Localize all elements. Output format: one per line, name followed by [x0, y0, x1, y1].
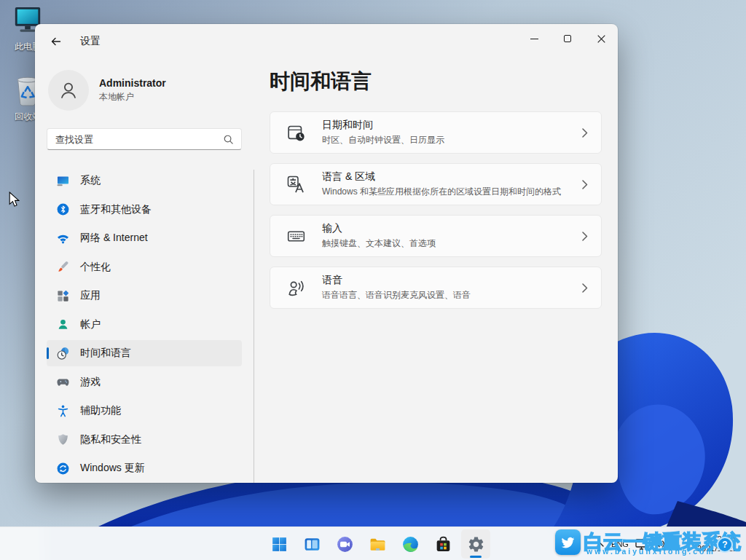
settings-button[interactable]	[461, 529, 490, 559]
typing-keyboard-icon	[286, 226, 306, 246]
settings-cards: 日期和时间 时区、自动时钟设置、日历显示 语言 & 区域 Windows 和某些…	[270, 111, 602, 309]
accounts-person-icon	[56, 318, 70, 331]
avatar	[48, 70, 89, 111]
bird-icon	[560, 535, 576, 550]
taskbar-center	[264, 529, 490, 559]
sidebar-item-apps[interactable]: 应用	[47, 283, 242, 309]
maximize-icon	[564, 35, 571, 42]
desktop: 此电脑 回收站 设置	[0, 0, 746, 560]
gaming-gamepad-icon	[56, 375, 70, 389]
accessibility-icon	[56, 404, 70, 418]
system-icon	[56, 174, 70, 188]
sidebar-item-windows-update[interactable]: Windows 更新	[47, 455, 242, 481]
time-language-icon	[56, 347, 70, 360]
sidebar-item-personalization[interactable]: 个性化	[47, 254, 242, 280]
start-icon	[270, 535, 288, 553]
sidebar-item-system[interactable]: 系统	[47, 167, 242, 194]
sidebar-item-accessibility[interactable]: 辅助功能	[47, 398, 242, 424]
tray-language-indicator[interactable]: ENG	[611, 540, 629, 548]
chat-icon	[336, 535, 354, 553]
person-icon	[56, 78, 81, 103]
sidebar-item-label: Windows 更新	[80, 462, 145, 475]
windows-update-icon	[56, 462, 70, 476]
card-language-region[interactable]: 语言 & 区域 Windows 和某些应用根据你所在的区域设置日期和时间的格式	[270, 163, 602, 205]
card-title: 输入	[322, 222, 436, 235]
back-arrow-icon	[50, 36, 62, 47]
tray-speaker-icon[interactable]	[654, 539, 666, 549]
sidebar-item-label: 隐私和安全性	[80, 433, 141, 446]
card-title: 日期和时间	[322, 119, 444, 132]
back-button[interactable]	[44, 31, 68, 52]
close-button[interactable]	[584, 24, 618, 53]
file-explorer-button[interactable]	[363, 529, 392, 559]
search-input[interactable]	[47, 134, 223, 145]
card-date-time[interactable]: 日期和时间 时区、自动时钟设置、日历显示	[270, 111, 602, 154]
profile-text: Administrator 本地帐户	[99, 77, 166, 103]
card-subtitle: Windows 和某些应用根据你所在的区域设置日期和时间的格式	[322, 186, 561, 198]
tray-monitor-icon[interactable]	[635, 539, 648, 550]
search-box	[47, 128, 242, 150]
maximize-button[interactable]	[551, 24, 584, 53]
sidebar-item-privacy-security[interactable]: 隐私和安全性	[47, 427, 242, 453]
personalization-brush-icon	[56, 260, 70, 274]
watermark-bird-button[interactable]	[555, 529, 581, 555]
mouse-cursor	[9, 192, 20, 208]
card-title: 语言 & 区域	[322, 170, 561, 184]
edge-icon	[401, 535, 420, 553]
sidebar-item-label: 网络 & Internet	[80, 232, 148, 245]
card-text: 输入 触摸键盘、文本建议、首选项	[322, 222, 436, 250]
settings-window: 设置 Administrator 本地帐户	[35, 24, 618, 483]
card-speech[interactable]: 语音 语音语言、语音识别麦克风设置、语音	[270, 267, 602, 309]
sidebar-item-bluetooth-devices[interactable]: 蓝牙和其他设备	[47, 197, 242, 223]
search-icon	[223, 134, 234, 145]
language-region-icon	[286, 175, 306, 194]
minimize-button[interactable]	[517, 24, 551, 53]
profile-header[interactable]: Administrator 本地帐户	[48, 69, 245, 111]
sidebar-item-label: 应用	[80, 289, 101, 302]
sidebar-item-label: 时间和语言	[80, 347, 131, 360]
card-subtitle: 语音语言、语音识别麦克风设置、语音	[322, 289, 471, 301]
task-view-icon	[303, 535, 321, 553]
start-button[interactable]	[264, 529, 294, 559]
privacy-shield-icon	[56, 433, 70, 446]
window-controls	[517, 24, 618, 53]
sidebar-item-time-language[interactable]: 时间和语言	[47, 340, 242, 366]
close-icon	[597, 35, 605, 43]
page-title: 时间和语言	[270, 68, 372, 95]
network-wifi-icon	[56, 232, 70, 245]
sidebar-item-label: 帐户	[80, 318, 101, 331]
tray-chevron-up-icon[interactable]	[596, 541, 605, 548]
card-text: 语言 & 区域 Windows 和某些应用根据你所在的区域设置日期和时间的格式	[322, 170, 561, 198]
chevron-right-icon	[582, 232, 588, 241]
card-typing[interactable]: 输入 触摸键盘、文本建议、首选项	[270, 215, 602, 257]
card-title: 语音	[322, 274, 471, 287]
settings-gear-icon	[467, 535, 485, 553]
sidebar-item-accounts[interactable]: 帐户	[47, 312, 242, 338]
card-text: 语音 语音语言、语音识别麦克风设置、语音	[322, 274, 471, 301]
sidebar-scrollbar[interactable]	[254, 170, 254, 483]
sidebar-item-label: 游戏	[80, 376, 101, 389]
titlebar: 设置	[35, 24, 618, 59]
sidebar-item-label: 个性化	[80, 261, 111, 274]
window-title: 设置	[80, 35, 101, 48]
card-text: 日期和时间 时区、自动时钟设置、日历显示	[322, 119, 444, 146]
chat-button[interactable]	[330, 529, 359, 559]
task-view-button[interactable]	[297, 529, 326, 559]
sidebar-item-label: 蓝牙和其他设备	[80, 203, 152, 216]
speech-icon	[286, 278, 306, 298]
date-time-icon	[286, 123, 306, 143]
minimize-icon	[530, 39, 538, 39]
sidebar-item-network-internet[interactable]: 网络 & Internet	[47, 225, 242, 251]
sidebar-item-gaming[interactable]: 游戏	[47, 369, 242, 395]
watermark-help-badge[interactable]: ?	[717, 537, 733, 553]
store-icon	[434, 535, 452, 553]
store-button[interactable]	[428, 529, 458, 559]
sidebar-item-label: 辅助功能	[80, 404, 121, 417]
apps-icon	[56, 289, 70, 303]
bluetooth-icon	[56, 202, 70, 216]
settings-nav: 系统 蓝牙和其他设备 网络 & Internet 个性化	[47, 167, 242, 481]
sidebar-item-label: 系统	[80, 174, 101, 187]
active-app-indicator	[470, 556, 482, 558]
edge-button[interactable]	[396, 529, 425, 559]
chevron-right-icon	[582, 180, 588, 189]
